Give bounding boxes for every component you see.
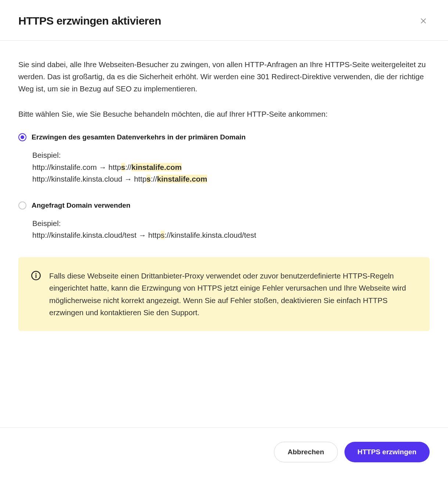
modal-title: HTTPS erzwingen aktivieren <box>18 15 161 27</box>
confirm-button[interactable]: HTTPS erzwingen <box>344 442 430 462</box>
radio-requested-domain[interactable] <box>18 201 26 210</box>
option-row-primary[interactable]: Erzwingen des gesamten Datenverkehrs in … <box>18 133 430 141</box>
option-label-primary: Erzwingen des gesamten Datenverkehrs in … <box>32 133 246 141</box>
svg-point-4 <box>36 273 37 274</box>
info-text: Falls diese Webseite einen Drittanbieter… <box>49 270 415 318</box>
option-force-primary: Erzwingen des gesamten Datenverkehrs in … <box>18 133 430 185</box>
modal-body: Sie sind dabei, alle Ihre Webseiten-Besu… <box>0 41 448 427</box>
cancel-button[interactable]: Abbrechen <box>274 442 337 462</box>
option-detail-primary: Beispiel: http://kinstalife.com → https:… <box>32 149 430 185</box>
modal-force-https: HTTPS erzwingen aktivieren Sie sind dabe… <box>0 0 448 477</box>
close-button[interactable] <box>417 15 430 27</box>
option-detail-requested: Beispiel: http://kinstalife.kinsta.cloud… <box>32 218 430 241</box>
example-line-2: http://kinstalife.kinsta.cloud → https:/… <box>32 173 430 185</box>
modal-footer: Abbrechen HTTPS erzwingen <box>0 427 448 477</box>
modal-header: HTTPS erzwingen aktivieren <box>0 0 448 41</box>
example-label: Beispiel: <box>32 149 430 161</box>
option-row-requested[interactable]: Angefragt Domain verwenden <box>18 201 430 210</box>
info-box: Falls diese Webseite einen Drittanbieter… <box>18 257 430 331</box>
example-label-2: Beispiel: <box>32 218 430 229</box>
option-requested-domain: Angefragt Domain verwenden Beispiel: htt… <box>18 201 430 241</box>
example-line-3: http://kinstalife.kinsta.cloud/test → ht… <box>32 229 430 241</box>
option-label-requested: Angefragt Domain verwenden <box>32 201 130 210</box>
radio-force-primary[interactable] <box>18 133 26 141</box>
info-icon <box>31 270 41 281</box>
select-prompt: Bitte wählen Sie, wie Sie Besuche behand… <box>18 108 430 120</box>
example-line-1: http://kinstalife.com → https://kinstali… <box>32 161 430 173</box>
close-icon <box>420 17 427 25</box>
intro-text: Sie sind dabei, alle Ihre Webseiten-Besu… <box>18 58 430 95</box>
